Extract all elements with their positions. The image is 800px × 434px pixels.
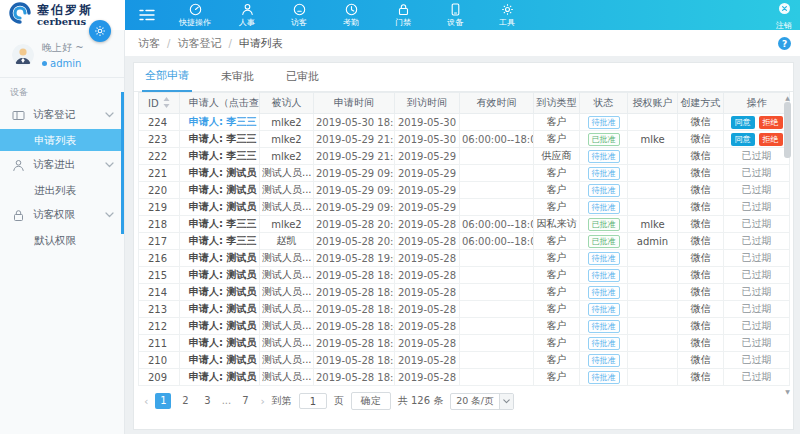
cell-visit-type: 客户 [534, 301, 580, 318]
cell-id: 223 [139, 131, 180, 148]
cell-create-method: 微信 [678, 335, 724, 352]
sidebar-item-default-permission[interactable]: 默认权限 [0, 229, 124, 251]
breadcrumb-separator: / [167, 38, 170, 49]
confirm-button[interactable]: 确定 [351, 392, 391, 410]
settings-fab-button[interactable] [89, 20, 111, 42]
nav-item-devices[interactable]: 设备 [433, 3, 477, 28]
column-header: 申请时间 [314, 93, 395, 114]
cell-visited: 测试人员... [260, 165, 314, 182]
status-badge: 已批准 [588, 218, 620, 231]
scroll-down-icon[interactable]: ▼ [785, 388, 790, 395]
status-badge: 待批准 [588, 201, 620, 214]
applicant-link[interactable]: 申请人: 李三三 [189, 218, 256, 229]
page-size-select[interactable]: 20 条/页 [450, 393, 513, 410]
applicant-link[interactable]: 申请人: 测试员 [189, 252, 256, 263]
cell-valid-time [460, 369, 534, 386]
cell-visit-type: 客户 [534, 250, 580, 267]
applicant-link[interactable]: 申请人: 测试员 [189, 371, 256, 382]
column-header-label: 操作 [747, 97, 767, 108]
lock-gray-icon [12, 209, 25, 222]
menu-toggle-icon[interactable] [139, 9, 155, 21]
table-scrollbar[interactable]: ▲ ▼ [783, 94, 792, 395]
applicant-link[interactable]: 申请人: 测试员 [189, 184, 256, 195]
sidebar-item-application-list[interactable]: 申请列表 [0, 129, 124, 151]
prev-page-button[interactable]: ‹ [144, 395, 148, 408]
tab-1[interactable]: 未审批 [218, 69, 257, 91]
page-button-2[interactable]: 2 [177, 393, 193, 409]
column-header: 操作 [724, 93, 790, 114]
logout-button[interactable]: 注销 [776, 0, 792, 31]
breadcrumb-item[interactable]: 访客 [138, 36, 160, 51]
cell-applicant: 申请人: 李三三 [180, 148, 260, 165]
cell-visited: 测试人员... [260, 318, 314, 335]
tab-2[interactable]: 已审批 [283, 69, 322, 91]
cell-create-method: 微信 [678, 233, 724, 250]
top-navbar: 快捷操作人事访客考勤门禁设备工具 注销 [125, 0, 800, 30]
nav-item-label: 快捷操作 [179, 17, 211, 28]
column-header-label: 被访人 [272, 97, 302, 108]
applicant-link[interactable]: 申请人: 李三三 [189, 133, 256, 144]
reject-button[interactable]: 拒绝 [759, 133, 783, 146]
logout-icon [778, 0, 791, 19]
applicant-link[interactable]: 申请人: 李三三 [189, 235, 256, 246]
sidebar-item-inout-list[interactable]: 进出列表 [0, 179, 124, 201]
sidebar-group-visitor-permission[interactable]: 访客权限 [0, 202, 124, 228]
sidebar-scrollbar[interactable] [121, 92, 124, 234]
page-button-3[interactable]: 3 [199, 393, 215, 409]
sidebar-group-visitor-inout[interactable]: 访客进出 [0, 152, 124, 178]
expired-label: 已过期 [742, 167, 772, 178]
cell-visit-type: 客户 [534, 267, 580, 284]
applicant-link[interactable]: 申请人: 测试员 [189, 320, 256, 331]
applicant-link[interactable]: 申请人: 测试员 [189, 201, 256, 212]
applicant-link[interactable]: 申请人: 测试员 [189, 286, 256, 297]
cell-apply-time: 2019-05-30 18:21:05 [314, 114, 395, 131]
approve-button[interactable]: 同意 [731, 116, 755, 129]
nav-item-access[interactable]: 门禁 [381, 3, 425, 28]
breadcrumb-item[interactable]: 访客登记 [177, 36, 221, 51]
page-button-7[interactable]: 7 [237, 393, 253, 409]
reject-button[interactable]: 拒绝 [759, 116, 783, 129]
cell-create-method: 微信 [678, 301, 724, 318]
page-jump-input[interactable] [299, 393, 327, 409]
cell-actions: 已过期 [724, 301, 790, 318]
sidebar-group-visitor-registration[interactable]: 访客登记 [0, 102, 124, 128]
cell-apply-time: 2019-05-28 18:59:08 [314, 267, 395, 284]
brand-swirl-icon [8, 1, 32, 29]
column-header: 授权账户 [628, 93, 678, 114]
applicant-link[interactable]: 申请人: 测试员 [189, 337, 256, 348]
applicant-link[interactable]: 申请人: 李三三 [189, 116, 256, 127]
page-button-1[interactable]: 1 [155, 393, 171, 409]
applicant-link[interactable]: 申请人: 测试员 [189, 303, 256, 314]
cell-status: 待批准 [580, 199, 628, 216]
cell-create-method: 微信 [678, 114, 724, 131]
cell-visit-type: 客户 [534, 114, 580, 131]
nav-item-attendance[interactable]: 考勤 [329, 3, 373, 28]
cell-applicant: 申请人: 李三三 [180, 233, 260, 250]
cell-create-method: 微信 [678, 369, 724, 386]
approve-button[interactable]: 同意 [731, 133, 755, 146]
expired-label: 已过期 [742, 320, 772, 331]
gear-icon [501, 3, 514, 16]
nav-item-quick-actions[interactable]: 快捷操作 [173, 3, 217, 28]
applicant-link[interactable]: 申请人: 测试员 [189, 269, 256, 280]
nav-item-hr[interactable]: 人事 [225, 3, 269, 28]
column-header: 状态 [580, 93, 628, 114]
user-greeting[interactable]: 晚上好 ~ [42, 41, 84, 55]
cell-auth-account: mlke [628, 216, 678, 233]
cell-visit-time: 2019-05-28 [395, 335, 460, 352]
applicant-link[interactable]: 申请人: 李三三 [189, 150, 256, 161]
avatar[interactable] [12, 44, 34, 66]
next-page-button[interactable]: › [260, 395, 264, 408]
tab-0[interactable]: 全部申请 [142, 68, 192, 92]
chevron-down-icon [105, 162, 114, 168]
help-icon[interactable]: ? [778, 37, 791, 50]
applicant-link[interactable]: 申请人: 测试员 [189, 167, 256, 178]
cell-apply-time: 2019-05-28 18:21:30 [314, 369, 395, 386]
cell-visit-time: 2019-05-28 [395, 233, 460, 250]
cell-visit-time: 2019-05-30 [395, 131, 460, 148]
nav-item-visitors[interactable]: 访客 [277, 3, 321, 28]
scrollbar-thumb[interactable] [784, 102, 791, 158]
nav-item-tools[interactable]: 工具 [485, 3, 529, 28]
scroll-up-icon[interactable]: ▲ [785, 94, 790, 101]
applicant-link[interactable]: 申请人: 测试员 [189, 354, 256, 365]
